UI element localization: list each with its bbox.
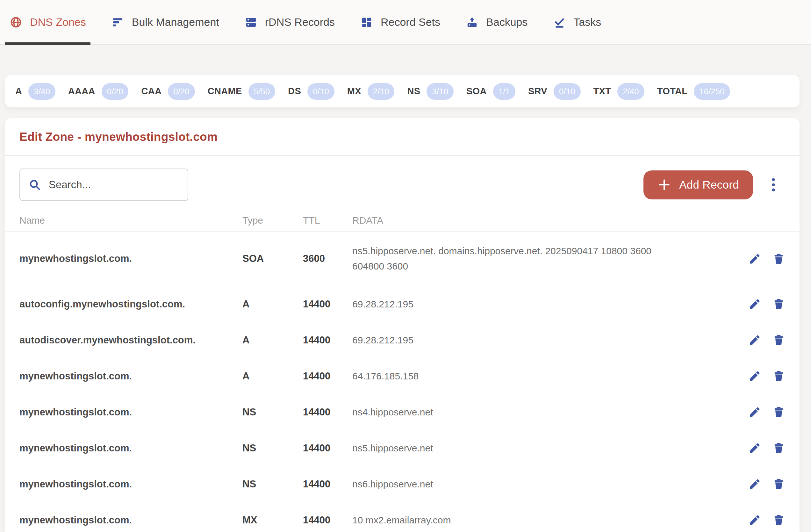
trash-icon — [772, 406, 785, 419]
record-count-pill: 0/10 — [554, 83, 581, 100]
pencil-icon — [748, 369, 761, 383]
record-ttl: 14400 — [303, 407, 352, 418]
record-type-label: MX — [347, 86, 361, 96]
tab-rdns-records[interactable]: rDNS Records — [240, 0, 339, 44]
edit-record-button[interactable] — [748, 514, 761, 527]
tab-label: rDNS Records — [265, 16, 335, 28]
delete-record-button[interactable] — [772, 298, 785, 310]
record-ttl: 14400 — [303, 370, 352, 382]
table-row: mynewhostingslot.com. A 14400 64.176.185… — [5, 359, 799, 394]
pencil-icon — [748, 298, 761, 310]
record-ttl: 14400 — [303, 442, 352, 454]
edit-record-button[interactable] — [748, 442, 761, 455]
delete-record-button[interactable] — [772, 442, 785, 455]
delete-record-button[interactable] — [772, 252, 785, 265]
record-count-caa: CAA 0/20 — [141, 83, 195, 100]
trash-icon — [772, 514, 785, 527]
record-type-label: NS — [407, 86, 420, 96]
record-count-pill: 1/1 — [493, 83, 516, 100]
upload-box-icon — [466, 16, 478, 29]
pencil-icon — [748, 334, 761, 347]
record-count-pill: 3/40 — [28, 83, 56, 100]
page-title: Edit Zone - mynewhostingslot.com — [19, 130, 785, 144]
pencil-icon — [748, 252, 761, 265]
record-type-label: SOA — [466, 86, 487, 96]
tab-dns-zones[interactable]: DNS Zones — [5, 0, 90, 44]
pencil-icon — [748, 442, 761, 455]
column-header-name: Name — [19, 215, 242, 226]
edit-record-button[interactable] — [748, 477, 761, 490]
delete-record-button[interactable] — [772, 334, 785, 347]
tab-label: Record Sets — [381, 16, 440, 28]
trash-icon — [772, 298, 785, 310]
more-options-button[interactable] — [766, 173, 780, 196]
tab-record-sets[interactable]: Record Sets — [356, 0, 445, 44]
record-count-aaaa: AAAA 0/20 — [68, 83, 129, 100]
record-count-ns: NS 3/10 — [407, 83, 454, 100]
table-row: mynewhostingslot.com. NS 14400 ns4.hippo… — [5, 394, 799, 430]
record-type: A — [242, 334, 303, 346]
records-table: Name Type TTL RDATA mynewhostingslot.com… — [5, 210, 799, 532]
add-record-label: Add Record — [679, 178, 739, 191]
main-tab-bar: DNS Zones Bulk Management rDNS Records R… — [0, 0, 811, 45]
search-input[interactable] — [49, 179, 179, 191]
record-count-pill: 2/10 — [368, 83, 395, 100]
edit-record-button[interactable] — [748, 334, 761, 347]
delete-record-button[interactable] — [772, 406, 785, 419]
record-type-label: TOTAL — [657, 86, 687, 96]
row-actions — [737, 369, 785, 383]
record-count-pill: 16/250 — [694, 83, 730, 100]
delete-record-button[interactable] — [772, 514, 785, 527]
row-actions — [737, 442, 785, 455]
column-header-ttl: TTL — [303, 215, 352, 226]
record-type-label: CNAME — [208, 86, 242, 96]
record-type: MX — [242, 515, 303, 526]
table-row: mynewhostingslot.com. NS 14400 ns5.hippo… — [5, 430, 799, 466]
row-actions — [737, 406, 785, 419]
record-count-pill: 0/10 — [307, 83, 335, 100]
edit-record-button[interactable] — [748, 298, 761, 310]
record-ttl: 3600 — [303, 253, 352, 264]
column-header-rdata: RDATA — [352, 215, 737, 226]
table-row: mynewhostingslot.com. NS 14400 ns6.hippo… — [5, 466, 799, 502]
record-name: autodiscover.mynewhostingslot.com. — [19, 334, 242, 346]
task-check-icon — [553, 16, 566, 29]
pencil-icon — [748, 406, 761, 419]
records-toolbar: Add Record — [5, 156, 799, 210]
record-rdata: ns6.hipposerve.net — [352, 476, 674, 492]
record-type: NS — [242, 442, 303, 454]
row-actions — [737, 252, 785, 265]
column-header-type: Type — [242, 215, 303, 226]
tab-backups[interactable]: Backups — [461, 0, 532, 44]
record-count-cname: CNAME 5/50 — [208, 83, 275, 100]
record-count-pill: 3/10 — [427, 83, 454, 100]
record-name: mynewhostingslot.com. — [19, 253, 242, 264]
table-row: mynewhostingslot.com. MX 14400 10 mx2.em… — [5, 502, 799, 532]
record-name: mynewhostingslot.com. — [19, 515, 242, 526]
record-rdata: ns5.hipposerve.net — [352, 441, 674, 456]
add-record-button[interactable]: Add Record — [643, 170, 753, 199]
record-type: SOA — [242, 253, 303, 264]
record-ttl: 14400 — [303, 334, 352, 346]
record-count-total: TOTAL 16/250 — [657, 83, 730, 100]
tab-label: Tasks — [573, 16, 601, 28]
edit-record-button[interactable] — [748, 406, 761, 419]
tab-bulk-management[interactable]: Bulk Management — [107, 0, 224, 44]
pencil-icon — [748, 477, 761, 490]
tab-tasks[interactable]: Tasks — [549, 0, 606, 44]
globe-icon — [10, 16, 22, 29]
row-actions — [737, 477, 785, 490]
delete-record-button[interactable] — [772, 369, 785, 383]
record-type: NS — [242, 478, 303, 490]
record-type: A — [242, 370, 303, 382]
trash-icon — [772, 477, 785, 490]
record-type-label: SRV — [528, 86, 547, 96]
search-box[interactable] — [19, 168, 188, 201]
record-ttl: 14400 — [303, 515, 352, 526]
record-ttl: 14400 — [303, 478, 352, 490]
row-actions — [737, 298, 785, 310]
edit-record-button[interactable] — [748, 252, 761, 265]
delete-record-button[interactable] — [772, 477, 785, 490]
edit-record-button[interactable] — [748, 369, 761, 383]
record-count-pill: 0/20 — [102, 83, 129, 100]
